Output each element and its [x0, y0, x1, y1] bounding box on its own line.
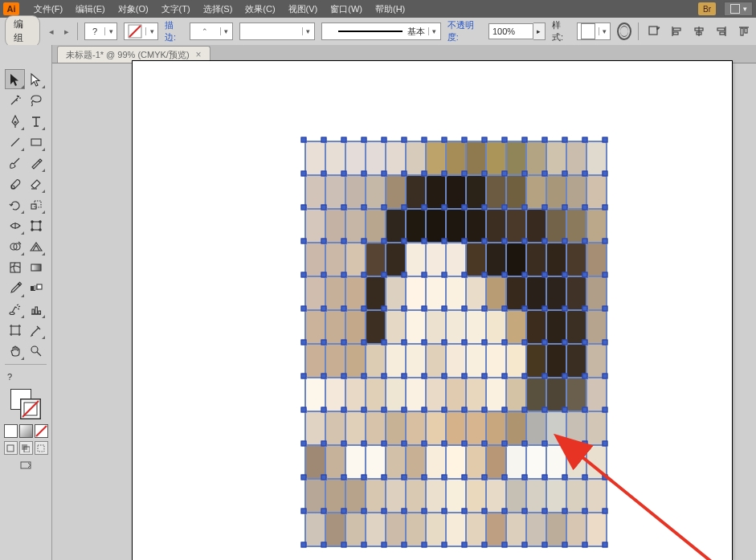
- mosaic-cell[interactable]: [325, 344, 345, 378]
- mosaic-cell[interactable]: [506, 344, 526, 378]
- mosaic-cell[interactable]: [486, 513, 506, 546]
- mosaic-cell[interactable]: [586, 310, 607, 344]
- workspace-switcher[interactable]: [724, 2, 753, 16]
- mosaic-cell[interactable]: [345, 209, 366, 243]
- mosaic-cell[interactable]: [426, 411, 446, 445]
- menu-window[interactable]: 窗口(W): [324, 0, 369, 18]
- mosaic-cell[interactable]: [526, 276, 546, 310]
- color-mode-gradient[interactable]: [19, 424, 33, 438]
- mosaic-cell[interactable]: [586, 411, 607, 445]
- mosaic-cell[interactable]: [526, 378, 546, 411]
- bridge-icon[interactable]: Br: [698, 2, 716, 15]
- mosaic-cell[interactable]: [526, 411, 546, 445]
- mosaic-cell[interactable]: [546, 344, 566, 378]
- mosaic-cell[interactable]: [446, 141, 466, 175]
- mosaic-cell[interactable]: [305, 513, 325, 546]
- tool-scale[interactable]: [26, 194, 46, 215]
- mosaic-cell[interactable]: [466, 479, 486, 513]
- mosaic-cell[interactable]: [586, 276, 607, 310]
- mosaic-cell[interactable]: [446, 445, 466, 479]
- mosaic-cell[interactable]: [466, 344, 486, 378]
- mosaic-cell[interactable]: [345, 243, 366, 276]
- mosaic-cell[interactable]: [566, 479, 586, 513]
- mosaic-cell[interactable]: [506, 243, 526, 276]
- mosaic-grid[interactable]: [305, 141, 607, 546]
- tool-blob-brush[interactable]: [5, 174, 25, 194]
- tool-eraser[interactable]: [26, 174, 46, 194]
- mosaic-cell[interactable]: [386, 445, 406, 479]
- mosaic-cell[interactable]: [386, 411, 406, 445]
- mosaic-cell[interactable]: [305, 344, 325, 378]
- document-tab[interactable]: 未标题-1* @ 99% (CMYK/预览) ×: [57, 46, 210, 63]
- align-top-button[interactable]: [737, 24, 751, 39]
- mosaic-cell[interactable]: [406, 243, 426, 276]
- mosaic-cell[interactable]: [426, 310, 446, 344]
- tool-zoom[interactable]: [26, 341, 46, 361]
- mosaic-cell[interactable]: [325, 209, 345, 243]
- mosaic-cell[interactable]: [546, 513, 566, 546]
- mosaic-cell[interactable]: [566, 209, 586, 243]
- mosaic-cell[interactable]: [566, 344, 586, 378]
- tool-width[interactable]: [5, 215, 25, 235]
- stroke-color-combo[interactable]: ▾: [124, 22, 158, 40]
- mosaic-cell[interactable]: [386, 141, 406, 175]
- mosaic-cell[interactable]: [325, 479, 345, 513]
- mosaic-cell[interactable]: [406, 175, 426, 209]
- mosaic-cell[interactable]: [406, 310, 426, 344]
- menu-view[interactable]: 视图(V): [282, 0, 325, 18]
- mosaic-cell[interactable]: [366, 141, 386, 175]
- mosaic-cell[interactable]: [546, 445, 566, 479]
- tool-blend[interactable]: [26, 278, 46, 298]
- mosaic-cell[interactable]: [386, 243, 406, 276]
- mosaic-cell[interactable]: [486, 344, 506, 378]
- mosaic-cell[interactable]: [386, 378, 406, 411]
- draw-behind-button[interactable]: [19, 441, 33, 455]
- mosaic-cell[interactable]: [566, 513, 586, 546]
- mosaic-cell[interactable]: [486, 141, 506, 175]
- tool-line-segment[interactable]: [5, 132, 25, 152]
- mosaic-cell[interactable]: [305, 378, 325, 411]
- mosaic-cell[interactable]: [366, 344, 386, 378]
- mosaic-cell[interactable]: [486, 209, 506, 243]
- stroke-label[interactable]: 描边:: [165, 19, 183, 43]
- align-hcenter-button[interactable]: [692, 24, 706, 39]
- next-sibling-button[interactable]: ▸: [62, 27, 71, 37]
- tool-magic-wand[interactable]: [5, 90, 25, 110]
- mosaic-cell[interactable]: [305, 175, 325, 209]
- tool-pencil[interactable]: [26, 153, 46, 173]
- mosaic-cell[interactable]: [546, 141, 566, 175]
- mosaic-cell[interactable]: [305, 479, 325, 513]
- mosaic-cell[interactable]: [325, 310, 345, 344]
- tool-free-transform[interactable]: [26, 215, 46, 235]
- mosaic-cell[interactable]: [406, 344, 426, 378]
- fill-color-combo[interactable]: ? ▾: [84, 22, 117, 40]
- mosaic-cell[interactable]: [546, 310, 566, 344]
- mosaic-cell[interactable]: [546, 479, 566, 513]
- mosaic-cell[interactable]: [325, 175, 345, 209]
- align-right-button[interactable]: [714, 24, 729, 39]
- menu-effect[interactable]: 效果(C): [239, 0, 281, 18]
- tool-paintbrush[interactable]: [5, 153, 25, 173]
- mosaic-cell[interactable]: [586, 445, 607, 479]
- mosaic-cell[interactable]: [526, 209, 546, 243]
- mosaic-cell[interactable]: [486, 243, 506, 276]
- mosaic-cell[interactable]: [546, 276, 566, 310]
- mosaic-cell[interactable]: [526, 445, 546, 479]
- tool-gradient[interactable]: [26, 257, 46, 277]
- graphic-style-combo[interactable]: ▾: [577, 22, 611, 40]
- mosaic-cell[interactable]: [586, 175, 607, 209]
- mosaic-cell[interactable]: [305, 243, 325, 276]
- mosaic-cell[interactable]: [426, 479, 446, 513]
- tool-artboard[interactable]: [5, 320, 25, 340]
- tool-mesh[interactable]: [5, 257, 25, 277]
- mosaic-cell[interactable]: [325, 378, 345, 411]
- mosaic-cell[interactable]: [366, 243, 386, 276]
- menu-type[interactable]: 文字(T): [155, 0, 197, 18]
- mosaic-cell[interactable]: [546, 209, 566, 243]
- mosaic-cell[interactable]: [386, 175, 406, 209]
- stroke-swatch-icon[interactable]: [20, 399, 41, 419]
- mosaic-cell[interactable]: [486, 175, 506, 209]
- mosaic-cell[interactable]: [426, 243, 446, 276]
- mosaic-cell[interactable]: [446, 513, 466, 546]
- mosaic-cell[interactable]: [526, 310, 546, 344]
